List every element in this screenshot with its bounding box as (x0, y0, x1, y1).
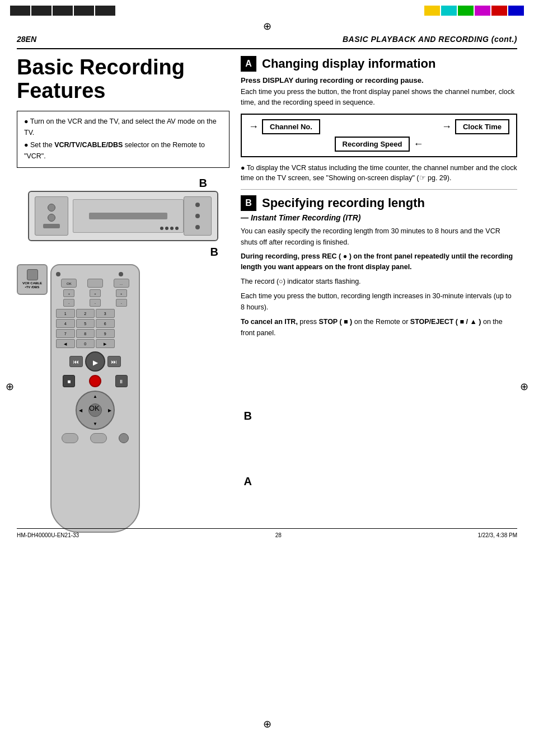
remote-num-9[interactable]: 9 (96, 329, 115, 338)
remote-btn-ok[interactable]: OK (61, 279, 77, 288)
display-diagram: → Channel No. → Clock Time Recording Spe… (241, 114, 517, 157)
remote-num-1[interactable]: 1 (56, 309, 75, 318)
chapter-title: BASIC PLAYBACK AND RECORDING (cont.) (343, 35, 517, 44)
main-title: Basic Recording Features (17, 56, 229, 103)
remote-bottom-btns (56, 433, 134, 443)
bullet-1: Turn on the VCR and the TV, and select t… (24, 116, 222, 138)
remote-num-2[interactable]: 2 (76, 309, 95, 318)
remote-dpad-center[interactable]: OK (88, 403, 102, 417)
main-content: Basic Recording Features Turn on the VCR… (17, 56, 517, 533)
remote-indicator-1 (56, 272, 60, 276)
remote-ff[interactable]: ⏭ (107, 356, 121, 367)
remote-oval-1[interactable] (62, 433, 78, 443)
label-b-bottom: B (17, 246, 229, 259)
arrow-right-1: → (249, 121, 259, 133)
remote-btn-misc[interactable] (87, 279, 103, 288)
diagram-left-side: → Channel No. (249, 119, 320, 134)
section-b-text3: Each time you press the button, recordin… (241, 290, 517, 313)
arrow-right-2: → (442, 121, 452, 133)
label-b-remote: B (244, 410, 252, 422)
vcr-center (73, 199, 184, 233)
remote-oval-3[interactable] (119, 433, 129, 443)
page-header: 28EN BASIC PLAYBACK AND RECORDING (cont.… (17, 28, 517, 49)
remote-pause[interactable]: ⏸ (115, 375, 128, 387)
selector-label: VCR CABLE•TV /DBS (22, 281, 42, 289)
diagram-top-row: → Channel No. → Clock Time (249, 119, 509, 134)
vcr-btn-2 (195, 214, 200, 218)
remote-transport-row: ⏮ ▶ ⏭ (56, 351, 134, 372)
right-column: A Changing display information Press DIS… (241, 56, 517, 533)
remote-plus-3[interactable]: + (116, 289, 127, 297)
remote-num-4[interactable]: 4 (56, 319, 75, 328)
remote-dpad-left[interactable]: ◀ (79, 407, 82, 412)
bold-instruction: During recording, press REC ( ● ) on the… (241, 251, 517, 273)
footer-right: 1/22/3, 4:38 PM (477, 532, 517, 538)
vcr-led-3 (170, 227, 174, 230)
remote-dpad-up[interactable]: ▲ (93, 394, 97, 399)
label-b-top: B (17, 177, 229, 190)
section-b-badge: B (241, 195, 256, 211)
reg-mark-bottom: ⊕ (263, 718, 271, 730)
section-b-header: B Specifying recording length (241, 195, 517, 211)
section-a-header: A Changing display information (241, 56, 517, 72)
footer-center: 28 (275, 532, 282, 538)
remote-rewind[interactable]: ⏮ (69, 356, 83, 367)
remote-top-indicators (56, 272, 134, 276)
remote-num-blank4 (116, 339, 135, 348)
remote-num-6[interactable]: 6 (96, 319, 115, 328)
clock-box: Clock Time (455, 119, 509, 134)
remote-control: OK … + + + - - - (50, 264, 140, 533)
bullet-2: Set the VCR/TV/CABLE/DBS selector on the… (24, 139, 222, 162)
itr-subtitle: — Instant Timer Recording (ITR) (241, 213, 517, 222)
left-column: Basic Recording Features Turn on the VCR… (17, 56, 229, 533)
remote-plus-2[interactable]: + (90, 289, 101, 297)
section-b-intro: You can easily specify the recording len… (241, 226, 517, 248)
remote-plus-1[interactable]: + (63, 289, 74, 297)
vcr-btn-1 (195, 203, 200, 207)
remote-num-blank3 (116, 329, 135, 338)
remote-mode-row: OK … (56, 279, 134, 288)
remote-num-prev[interactable]: ◀ (56, 339, 75, 348)
remote-oval-2[interactable] (90, 433, 107, 443)
section-b-cancel: To cancel an ITR, press STOP ( ■ ) on th… (241, 316, 517, 339)
vcr-led-1 (160, 227, 163, 230)
section-separator (241, 189, 517, 190)
remote-minus-3[interactable]: - (116, 299, 127, 307)
remote-btn-misc2[interactable]: … (114, 279, 129, 288)
remote-num-next[interactable]: ▶ (96, 339, 115, 348)
vcr-led-2 (165, 227, 168, 230)
remote-num-0[interactable]: 0 (76, 339, 95, 348)
remote-number-grid: 1 2 3 4 5 6 7 8 9 ◀ 0 ▶ (56, 309, 134, 348)
press-display-text: Each time you press the button, the fron… (241, 87, 517, 108)
section-a-bullet: To display the VCR status including the … (241, 163, 517, 184)
footer-left: HM-DH40000U-EN21-33 (17, 532, 79, 538)
vcr-device (28, 191, 218, 241)
remote-minus-row: - - - (56, 299, 134, 307)
page-container: 28EN BASIC PLAYBACK AND RECORDING (cont.… (0, 0, 534, 550)
intro-bullet-box: Turn on the VCR and the TV, and select t… (17, 111, 229, 168)
remote-play[interactable]: ▶ (85, 351, 105, 372)
page-footer: HM-DH40000U-EN21-33 28 1/22/3, 4:38 PM (17, 528, 517, 538)
vcr-tape-slot (89, 213, 167, 219)
remote-dpad[interactable]: OK ▲ ▼ ◀ ▶ (76, 391, 115, 430)
vcr-right-panel (184, 196, 212, 236)
remote-num-5[interactable]: 5 (76, 319, 95, 328)
remote-dpad-down[interactable]: ▼ (93, 421, 97, 426)
selector-knob (27, 269, 38, 280)
diagram-right-side: → Clock Time (442, 119, 509, 134)
selector-box: VCR CABLE•TV /DBS (17, 264, 48, 295)
remote-area: VCR CABLE•TV /DBS OK … (17, 264, 229, 533)
arrow-left-1: ← (413, 138, 423, 150)
remote-rec[interactable] (89, 375, 101, 387)
vcr-left-panel (35, 196, 68, 236)
vcr-knob-1 (48, 204, 55, 212)
remote-num-7[interactable]: 7 (56, 329, 75, 338)
remote-stop[interactable]: ■ (63, 375, 75, 387)
remote-num-8[interactable]: 8 (76, 329, 95, 338)
remote-dpad-right[interactable]: ▶ (108, 407, 111, 412)
remote-minus-1[interactable]: - (63, 299, 74, 307)
remote-plus-row: + + + (56, 289, 134, 297)
remote-minus-2[interactable]: - (90, 299, 101, 307)
diagram-bottom-row: Recording Speed ← (249, 137, 509, 152)
remote-num-3[interactable]: 3 (96, 309, 115, 318)
